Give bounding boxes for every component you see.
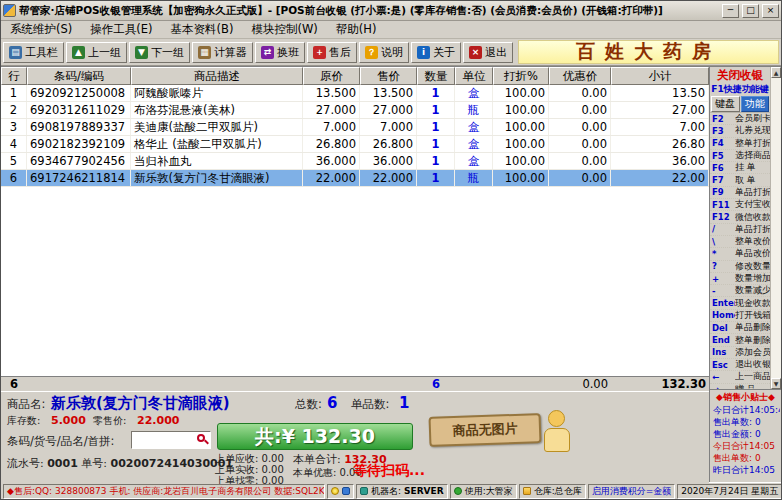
scroll-down-icon[interactable]: ▼ [771,378,781,389]
menu-item[interactable]: 操作工具(E) [81,21,161,38]
hotkey-item[interactable]: \整单改价 [710,236,770,248]
hotkey-key: + [712,274,735,284]
hotkey-label: 单品删除 [735,322,770,334]
hotkey-item[interactable]: Esc退出收银 [710,359,770,371]
hotkey-item[interactable]: /单品打折 [710,224,770,236]
column-header-line[interactable]: 行 [1,67,27,85]
after-sale-button[interactable]: ＋售后 [307,42,357,63]
column-header-barcode[interactable]: 条码/编码 [27,67,131,85]
hotkey-item[interactable]: F11支付宝收款 [710,199,770,211]
column-header-discount-pct[interactable]: 打折% [493,67,549,85]
toolbar-button-label: 售后 [329,45,351,60]
hotkey-item[interactable]: Enter现金收款 [710,297,770,309]
serial-number: 流水号: 0001 单号: 0020072414030001 [7,456,233,471]
tab-functions[interactable]: 功能 [741,96,770,112]
next-group-button[interactable]: ▼下一组 [129,42,190,63]
table-row[interactable]: 36908197889337美迪康(盐酸二甲双胍片)7.0007.0001盒10… [1,119,709,136]
about-button[interactable]: i关于 [411,42,461,63]
hotkey-key: ? [712,261,735,271]
total-qty-label: 总数: [295,397,322,412]
search-icon[interactable] [197,434,209,446]
current-discount: 本单优惠: 0.00 [293,466,362,480]
total-amount-display: 共:¥ 132.30 [217,423,413,450]
menu-item[interactable]: 系统维护(S) [1,21,81,38]
current-user: 使用:大管家 [450,484,517,499]
table-row[interactable]: 66917246211814新乐敦(复方门冬甘滴眼液)22.00022.0001… [1,170,709,187]
cell-qty: 1 [417,153,455,169]
cell-unit: 盒 [455,119,493,135]
hotkey-item[interactable]: +数量增加 [710,273,770,285]
maximize-button[interactable]: □ [742,4,759,18]
close-button[interactable]: × [762,4,779,18]
cell-subtotal: 22.00 [611,170,709,186]
hotkey-item[interactable]: F6挂 单 [710,162,770,174]
table-row[interactable]: 56934677902456当归补血丸36.00036.0001盒100.000… [1,153,709,170]
cell-discount-amt: 0.00 [549,136,611,152]
column-header-description[interactable]: 商品描述 [131,67,303,85]
hotkey-item[interactable]: ←上一商品 [710,371,770,383]
column-header-subtotal[interactable]: 小计 [611,67,709,85]
hotkey-item[interactable]: Home打开钱箱 [710,310,770,322]
hotkey-item[interactable]: F3礼券兑现 [710,125,770,137]
column-header-discount-amt[interactable]: 优惠价 [549,67,611,85]
cell-barcode: 6908197889337 [27,119,131,135]
cell-qty: 1 [417,136,455,152]
warehouse-text: 仓库:总仓库 [534,485,582,498]
sale-info-panel: 商品名: 新乐敦(复方门冬甘滴眼液) 总数: 6 单品数: 1 库存数: 5.0… [1,391,709,484]
table-row[interactable]: 16920921250008阿魏酸哌嗪片13.50013.5001盒100.00… [1,85,709,102]
prev-group-button[interactable]: ▲上一组 [66,42,127,63]
tab-keyboard[interactable]: 键盘 [711,96,740,112]
column-header-unit[interactable]: 单位 [455,67,493,85]
cell-qty: 1 [417,85,455,101]
cell-unit: 盒 [455,136,493,152]
minimize-button[interactable]: ─ [722,4,739,18]
hotkey-item[interactable]: *单品改价 [710,248,770,260]
hotkey-item[interactable]: ?修改数量 [710,261,770,273]
table-row[interactable]: 26920312611029布洛芬混悬液(美林)27.00027.0001瓶10… [1,102,709,119]
column-header-qty[interactable]: 数量 [417,67,455,85]
hotkey-key: F7 [712,175,735,185]
cell-discount-amt: 0.00 [549,153,611,169]
cell-description: 新乐敦(复方门冬甘滴眼液) [131,170,303,186]
totals-spacer [131,377,303,391]
hotkey-item[interactable]: End整单删除 [710,334,770,346]
toolbar-toggle-button[interactable]: ▤工具栏 [3,42,64,63]
hotkey-item[interactable]: F2会员刷卡 [710,113,770,125]
hotkey-item[interactable]: F4整单打折 [710,138,770,150]
hotkey-item[interactable]: F9单品打折 [710,187,770,199]
totals-qty: 6 [417,377,455,391]
totals-row: 6 6 0.00 132.30 [1,376,709,391]
hotkey-item[interactable]: -数量减少 [710,285,770,297]
cell-description: 当归补血丸 [131,153,303,169]
manual-button[interactable]: ？说明 [359,42,409,63]
hotkey-item[interactable]: Del单品删除 [710,322,770,334]
item-count-label: 单品数: [351,397,389,412]
table-header: 行条码/编码商品描述原价售价数量单位打折%优惠价小计 [1,67,709,85]
totals-spacer [27,377,131,391]
hotkey-item[interactable]: Ins添加会员 [710,347,770,359]
toolbar-button-label: 换班 [277,45,299,60]
exit-button[interactable]: ×退出 [463,42,513,63]
manual-icon: ？ [365,46,378,59]
sidebar-scrollbar[interactable]: ▲ ▼ [770,67,781,389]
cell-qty: 1 [417,119,455,135]
scroll-up-icon[interactable]: ▲ [771,67,781,78]
retail-price-label: 零售价: [93,414,126,428]
hotkey-item[interactable]: F12微信收款 [710,211,770,223]
hotkey-item[interactable]: F7取 单 [710,174,770,186]
calculator-button[interactable]: ▦计算器 [192,42,253,63]
menu-item[interactable]: 帮助(H) [327,21,386,38]
totals-amount: 132.30 [611,377,709,391]
menu-item[interactable]: 模块控制(W) [242,21,326,38]
hotkey-label: 数量增加 [735,273,770,285]
toolbar-buttons: ▤工具栏▲上一组▼下一组▦计算器⇄换班＋售后？说明i关于×退出 [3,42,513,63]
menu-item[interactable]: 基本资料(B) [162,21,243,38]
hotkey-item[interactable]: F5选择商品 [710,150,770,162]
column-header-sale-price[interactable]: 售价 [360,67,417,85]
shift-change-button[interactable]: ⇄换班 [255,42,305,63]
sales-tips-title: ◆销售小贴士◆ [711,391,780,404]
table-row[interactable]: 46902182392109格华止 (盐酸二甲双胍片)26.80026.8001… [1,136,709,153]
totals-discount: 0.00 [549,377,611,391]
column-header-price[interactable]: 原价 [303,67,360,85]
hotkey-key: \ [712,237,735,247]
